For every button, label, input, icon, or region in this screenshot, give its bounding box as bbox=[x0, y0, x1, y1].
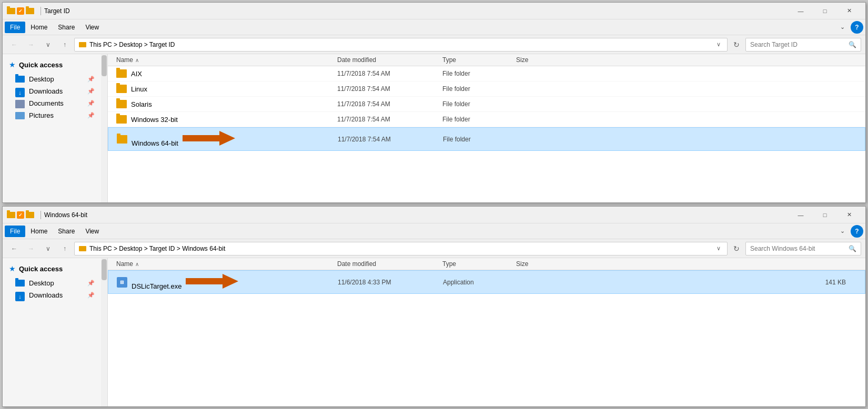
file-name: AIX bbox=[131, 70, 337, 78]
table-row[interactable]: Solaris11/7/2018 7:54 AMFile folder bbox=[108, 97, 865, 112]
table-row[interactable]: Windows 32-bit11/7/2018 7:54 AMFile fold… bbox=[108, 112, 865, 127]
back-button-1[interactable]: ← bbox=[7, 38, 22, 52]
folder-icon bbox=[116, 115, 127, 124]
title-folder-icon-2 bbox=[26, 8, 34, 14]
search-icon-2[interactable]: 🔍 bbox=[849, 245, 856, 252]
sidebar-item-downloads-1[interactable]: ↓ Downloads 📌 bbox=[5, 85, 99, 97]
downloads-folder-icon-1: ↓ bbox=[15, 88, 25, 95]
pin-icon-downloads-2: 📌 bbox=[87, 292, 95, 299]
sidebar-item-pictures-1[interactable]: Pictures 📌 bbox=[5, 109, 99, 121]
minimize-button-2[interactable]: — bbox=[789, 207, 813, 223]
sidebar-scrollbar-1[interactable] bbox=[101, 54, 107, 202]
content-area-1: ★ Quick access Desktop 📌 ↓ Downloads 📌 bbox=[3, 54, 865, 202]
table-row[interactable]: Windows 64-bit 11/7/2018 7:54 AMFile fol… bbox=[108, 127, 865, 151]
sidebar-item-pictures-label-1: Pictures bbox=[29, 111, 83, 119]
sidebar-item-documents-1[interactable]: Documents 📌 bbox=[5, 97, 99, 109]
help-button-2[interactable]: ? bbox=[851, 225, 863, 238]
file-name: Windows 64-bit bbox=[132, 131, 338, 147]
sidebar-item-downloads-label-1: Downloads bbox=[29, 87, 83, 95]
menu-share-2[interactable]: Share bbox=[53, 226, 80, 237]
file-name: Windows 32-bit bbox=[131, 116, 337, 124]
menu-share-1[interactable]: Share bbox=[53, 22, 80, 33]
menu-file-2[interactable]: File bbox=[5, 226, 25, 237]
col-size-header-2[interactable]: Size bbox=[516, 260, 857, 268]
sidebar-item-downloads-2[interactable]: ↓ Downloads 📌 bbox=[5, 289, 99, 301]
desktop-folder-icon-1 bbox=[15, 76, 25, 83]
title-folder-icon-1 bbox=[7, 8, 15, 14]
sort-arrow-1: ∧ bbox=[135, 57, 139, 63]
forward-button-1[interactable]: → bbox=[24, 38, 38, 52]
address-chevron-1[interactable]: ∨ bbox=[714, 41, 723, 48]
menu-file-1[interactable]: File bbox=[5, 22, 25, 33]
file-date: 11/7/2018 7:54 AM bbox=[337, 70, 442, 77]
title-bar-icons-1: ✓ bbox=[7, 7, 34, 15]
col-name-header-1[interactable]: Name ∧ bbox=[116, 56, 337, 64]
desktop-folder-icon-2 bbox=[15, 280, 25, 287]
col-type-header-2[interactable]: Type bbox=[442, 260, 516, 268]
menu-view-2[interactable]: View bbox=[80, 226, 104, 237]
col-type-header-1[interactable]: Type bbox=[442, 56, 516, 64]
title-check-icon-2: ✓ bbox=[17, 211, 24, 219]
file-list-2[interactable]: ⊞DSLicTarget.exe 11/6/2018 4:33 PMApplic… bbox=[108, 270, 865, 406]
arrow-annotation bbox=[183, 131, 235, 146]
table-row[interactable]: AIX11/7/2018 7:54 AMFile folder bbox=[108, 66, 865, 81]
recent-button-2[interactable]: ∨ bbox=[41, 242, 55, 255]
sidebar-content-2: ★ Quick access Desktop 📌 ↓ Downloads 📌 bbox=[3, 258, 107, 305]
search-icon-1[interactable]: 🔍 bbox=[849, 41, 856, 48]
menu-chevron-2[interactable]: ⌄ bbox=[836, 225, 849, 238]
col-name-header-2[interactable]: Name ∧ bbox=[116, 260, 337, 268]
file-name: Linux bbox=[131, 85, 337, 93]
address-path-2[interactable]: This PC > Desktop > Target ID > Windows … bbox=[74, 242, 728, 255]
quick-access-icon-2: ★ bbox=[9, 264, 16, 273]
file-date: 11/6/2018 4:33 PM bbox=[338, 279, 443, 286]
table-row[interactable]: ⊞DSLicTarget.exe 11/6/2018 4:33 PMApplic… bbox=[108, 270, 865, 294]
address-chevron-2[interactable]: ∨ bbox=[714, 245, 723, 252]
window-title-2: Windows 64-bit bbox=[44, 211, 789, 219]
quick-access-header-2[interactable]: ★ Quick access bbox=[5, 262, 99, 275]
maximize-button-2[interactable]: □ bbox=[813, 207, 837, 223]
col-date-header-2[interactable]: Date modified bbox=[337, 260, 442, 268]
window-controls-1: — □ ✕ bbox=[789, 3, 861, 19]
address-path-1[interactable]: This PC > Desktop > Target ID ∨ bbox=[74, 38, 728, 52]
help-button-1[interactable]: ? bbox=[851, 21, 863, 34]
svg-marker-0 bbox=[183, 131, 235, 146]
file-type: File folder bbox=[442, 116, 516, 123]
file-date: 11/7/2018 7:54 AM bbox=[337, 100, 442, 108]
menu-chevron-1[interactable]: ⌄ bbox=[836, 21, 849, 34]
minimize-button-1[interactable]: — bbox=[789, 3, 813, 19]
file-list-1[interactable]: AIX11/7/2018 7:54 AMFile folderLinux11/7… bbox=[108, 66, 865, 202]
col-size-header-1[interactable]: Size bbox=[516, 56, 857, 64]
maximize-button-1[interactable]: □ bbox=[813, 3, 837, 19]
pin-icon-downloads-1: 📌 bbox=[87, 88, 95, 95]
sidebar-scrollbar-2[interactable] bbox=[101, 258, 107, 406]
arrow-annotation bbox=[186, 274, 238, 289]
pictures-folder-icon-1 bbox=[15, 112, 25, 119]
file-name: DSLicTarget.exe bbox=[132, 274, 338, 290]
search-input-1[interactable] bbox=[750, 41, 849, 48]
refresh-button-2[interactable]: ↻ bbox=[730, 242, 743, 255]
quick-access-header-1[interactable]: ★ Quick access bbox=[5, 58, 99, 71]
file-area-2: Name ∧ Date modified Type Size ⊞DSLicTar… bbox=[108, 258, 865, 406]
sidebar-item-desktop-2[interactable]: Desktop 📌 bbox=[5, 277, 99, 289]
sidebar-item-desktop-1[interactable]: Desktop 📌 bbox=[5, 73, 99, 85]
up-button-1[interactable]: ↑ bbox=[57, 38, 72, 52]
search-box-2[interactable]: 🔍 bbox=[745, 242, 861, 255]
close-button-1[interactable]: ✕ bbox=[837, 3, 861, 19]
search-input-2[interactable] bbox=[750, 245, 849, 252]
title-separator-2 bbox=[41, 211, 41, 219]
menu-home-1[interactable]: Home bbox=[25, 22, 53, 33]
table-row[interactable]: Linux11/7/2018 7:54 AMFile folder bbox=[108, 81, 865, 97]
recent-button-1[interactable]: ∨ bbox=[41, 38, 55, 52]
sidebar-content-1: ★ Quick access Desktop 📌 ↓ Downloads 📌 bbox=[3, 54, 107, 126]
search-box-1[interactable]: 🔍 bbox=[745, 38, 861, 52]
menu-home-2[interactable]: Home bbox=[25, 226, 53, 237]
menu-view-1[interactable]: View bbox=[80, 22, 104, 33]
forward-button-2[interactable]: → bbox=[24, 242, 38, 255]
refresh-button-1[interactable]: ↻ bbox=[730, 38, 743, 52]
col-date-header-1[interactable]: Date modified bbox=[337, 56, 442, 64]
quick-access-label-2: Quick access bbox=[19, 265, 63, 273]
title-bar-icons-2: ✓ bbox=[7, 211, 34, 219]
back-button-2[interactable]: ← bbox=[7, 242, 22, 255]
up-button-2[interactable]: ↑ bbox=[57, 242, 72, 255]
close-button-2[interactable]: ✕ bbox=[837, 207, 861, 223]
